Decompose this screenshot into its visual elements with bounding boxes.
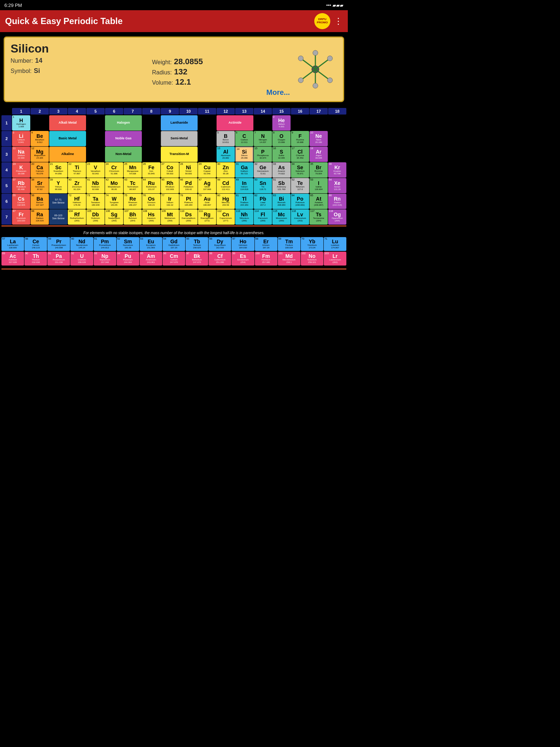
element-Ac[interactable]: 89AcActinium227.028 [1,252,24,266]
element-Er[interactable]: 68ErErbium167.26 [255,237,277,251]
element-Si[interactable]: 14SiSilicon28.086 [235,147,253,162]
element-Cu[interactable]: 29CuCopper63.546 [198,162,216,178]
element-Ti[interactable]: 22TiTitanium47.867 [68,162,86,178]
element-U[interactable]: 92UUranium238.029 [70,252,93,266]
element-Be[interactable]: 4BeBeryllium9.012 [31,131,49,146]
element-Al[interactable]: 13AlAluminum26.982 [217,147,235,162]
element-Hf[interactable]: 72HfHafnium178.49 [68,194,86,209]
element-Zr[interactable]: 40ZrZirconium91.224 [68,178,86,193]
element-Mg[interactable]: 12MgMagnesium24.305 [31,147,49,162]
element-S[interactable]: 16SSulfur32.065 [272,147,291,162]
element-Pa[interactable]: 91PaProtactinium231.036 [47,252,70,266]
element-Cm[interactable]: 96CmCurium247.070 [163,252,185,266]
element-Hs[interactable]: 108HsHassium(266) [142,209,160,225]
element-P[interactable]: 15PPhosphorus30.974 [254,147,272,162]
element-Es[interactable]: 99EsEinsteinium(254) [232,252,254,266]
element-Re[interactable]: 75ReRhenium186.207 [124,194,142,209]
element-Po[interactable]: 84PoPolonium(208.982) [291,194,309,209]
element-Ne[interactable]: 10NeNeon20.180 [310,131,328,146]
element-Br[interactable]: 35BrBromine79.904 [310,162,328,178]
element-Ds[interactable]: 110DsDarmstadtium(269) [179,209,198,225]
element-Mo[interactable]: 42MoMolybdenum95.95 [105,178,123,193]
element-Li[interactable]: 3LiLithium6.941 [12,131,30,146]
element-Lu[interactable]: 71LuLutetium174.967 [324,237,346,251]
element-Pt[interactable]: 78PtPlatinum195.084 [179,194,198,209]
element-Ga[interactable]: 31GaGallium69.723 [235,162,253,178]
element-Tb[interactable]: 65TbTerbium158.925 [186,237,208,251]
element-No[interactable]: 102NoNobelium259.101 [301,252,323,266]
element-Bi[interactable]: 83BiBismuth208.980 [272,194,291,209]
element-V[interactable]: 23VVanadium50.942 [86,162,105,178]
element-La[interactable]: 57LaLanthanum138.906 [1,237,24,251]
element-Md[interactable]: 101MdMendelevium258.1 [278,252,300,266]
element-Cn[interactable]: 112CnCopernicium(277) [217,209,235,225]
element-Rf[interactable]: 104RfRutherfordium(265) [68,209,86,225]
element-Sr[interactable]: 38SrStrontium87.62 [31,178,49,193]
element-O[interactable]: 8OOxygen15.999 [272,131,291,146]
element-Zn[interactable]: 30ZnZinc65.38 [217,162,235,178]
element-Se[interactable]: 34SeSelenium78.971 [291,162,309,178]
element-Fm[interactable]: 100FmFermium257.095 [255,252,277,266]
element-Nb[interactable]: 41NbNiobium92.906 [86,178,105,193]
element-Eu[interactable]: 63EuEuropium151.966 [140,237,162,251]
element-Sg[interactable]: 106SgSeaborgium(266) [105,209,123,225]
element-Nh[interactable]: 113NhNihonium(286) [235,209,253,225]
element-Th[interactable]: 90ThThorium232.038 [24,252,47,266]
element-F[interactable]: 9FFluorine18.998 [291,131,309,146]
promo-badge[interactable]: DRPUPROMO [314,13,330,29]
element-Cs[interactable]: 55CsCesium132.905 [12,194,30,209]
element-Ho[interactable]: 67HoHolmium164.930 [232,237,254,251]
element-Ra[interactable]: 88RaRadium226.025 [31,209,49,225]
element-Sn[interactable]: 50SnTin118.71 [254,178,272,193]
element-Np[interactable]: 93NpNeptunium237.048 [94,252,116,266]
element-Lv[interactable]: 116LvLivermorium(293) [291,209,309,225]
element-Fe[interactable]: 26FeIron55.845 [142,162,160,178]
element-Y[interactable]: 39YYttrium88.906 [49,178,67,193]
element-Sc[interactable]: 21ScScandium44.956 [49,162,67,178]
element-Ba[interactable]: 56BaBarium137.327 [31,194,49,209]
element-W[interactable]: 74WTungsten183.85 [105,194,123,209]
element-B[interactable]: 5BBoron10.811 [217,131,235,146]
element-Os[interactable]: 76OsOsmium190.23 [142,194,160,209]
element-Rg[interactable]: 111RgRoentgenium(272) [198,209,216,225]
element-Pb[interactable]: 82PbLead207.2 [254,194,272,209]
element-N[interactable]: 7NNitrogen14.007 [254,131,272,146]
element-Mc[interactable]: 115McMoscovium(289) [272,209,291,225]
element-Hg[interactable]: 80HgMercury200.59 [217,194,235,209]
element-Ts[interactable]: 117TsTennessine(294) [310,209,328,225]
element-Mt[interactable]: 109MtMeitnerium(268) [161,209,179,225]
element-Ag[interactable]: 47AgSilver107.868 [198,178,216,193]
element-Kr[interactable]: 36KrKrypton83.798 [328,162,346,178]
element-Cr[interactable]: 24CrChromium51.996 [105,162,123,178]
element-Ce[interactable]: 58CeCerium140.115 [24,237,47,251]
element-Bk[interactable]: 97BkBerkelium247.070 [186,252,208,266]
element-Rb[interactable]: 37RbRubidium85.468 [12,178,30,193]
element-Pu[interactable]: 94PuPlutonium244.064 [117,252,139,266]
element-C[interactable]: 6CCarbon12.011 [235,131,253,146]
element-Tl[interactable]: 81TlThallium204.383 [235,194,253,209]
element-As[interactable]: 33AsArsenic74.922 [272,162,291,178]
element-I[interactable]: 53IIodine126.904 [310,178,328,193]
element-Pd[interactable]: 46PdPalladium106.42 [179,178,198,193]
element-Pr[interactable]: 59PrPraseodymium140.908 [47,237,70,251]
element-At[interactable]: 85AtAstatine(209.987) [310,194,328,209]
element-Ir[interactable]: 77IrIridium192.22 [161,194,179,209]
element-Ar[interactable]: 18ArArgon39.948 [310,147,328,162]
element-Ge[interactable]: 32GeGermanium72.61 [254,162,272,178]
element-Ca[interactable]: 20CaCalcium40.078 [31,162,49,178]
element-Ta[interactable]: 73TaTantalum180.948 [86,194,105,209]
element-In[interactable]: 49InIndium114.818 [235,178,253,193]
element-Fl[interactable]: 114FlFlerovium(289) [254,209,272,225]
element-Rn[interactable]: 86RnRadon(222.018) [328,194,346,209]
element-Cd[interactable]: 48CdCadmium112.411 [217,178,235,193]
element-Og[interactable]: 118OgOganesson(294) [328,209,346,225]
element-He[interactable]: 2HeHelium4.003 [272,115,291,131]
element-Pm[interactable]: 61PmPromethium144.913 [94,237,116,251]
element-Lr[interactable]: 103LrLawrencium(262) [324,252,346,266]
element-Am[interactable]: 95AmAmericium243.061 [140,252,162,266]
element-Cf[interactable]: 98CfCalifornium251.080 [209,252,231,266]
element-Db[interactable]: 105DbDubnium(268) [86,209,105,225]
element-K[interactable]: 19KPotassium39.098 [12,162,30,178]
element-Ru[interactable]: 44RuRuthenium101.07 [142,178,160,193]
element-Bh[interactable]: 107BhBohrium(264) [124,209,142,225]
